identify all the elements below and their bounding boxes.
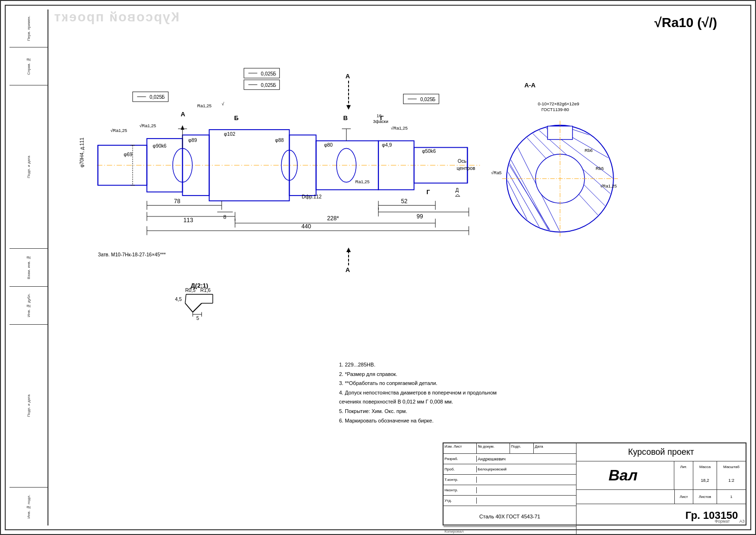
svg-text:√Ra1,25: √Ra1,25: [600, 184, 617, 188]
sidebar-sprav-no: Справ. №: [9, 47, 47, 85]
label-tkontr: Т.контр.: [444, 477, 477, 483]
sidebar-label-podl: Инв. № подл.: [27, 495, 31, 518]
svg-text:113: 113: [183, 217, 193, 224]
note-6: 5. Покрытие: Хим. Окс. прм.: [339, 407, 741, 416]
svg-text:0,025: 0,025: [261, 83, 273, 88]
sheets-header: Листов: [693, 490, 717, 504]
svg-text:R1,6: R1,6: [200, 288, 211, 293]
title-block: Изм. Лист № докум. Подп. Дата Разраб. Ан…: [443, 442, 747, 526]
format-area: Формат А3: [715, 519, 745, 524]
svg-text:Rb6: Rb6: [585, 148, 593, 153]
svg-text:ГОСТ1139-80: ГОСТ1139-80: [541, 107, 569, 112]
svg-marker-96: [455, 194, 460, 197]
sidebar-perv-primen: Перв. примен.: [9, 9, 47, 47]
col-podp: Подп.: [510, 443, 534, 453]
svg-text:4,5: 4,5: [175, 297, 182, 302]
note-7: 6. Маркировать обозначение на бирке.: [339, 417, 741, 425]
svg-marker-58: [181, 125, 185, 130]
svg-line-127: [507, 197, 516, 232]
svg-text:А: А: [181, 111, 186, 118]
sidebar-inv-podl: Инв. № подл.: [9, 488, 47, 526]
notes-area: 1. 229...285НВ. 2. *Размер для справок. …: [333, 357, 747, 442]
col-izm: Изм. Лист: [444, 443, 477, 453]
svg-text:Dфр.112: Dфр.112: [302, 194, 322, 199]
svg-text:5: 5: [196, 316, 199, 321]
material-value: Сталь 40Х ГОСТ 4543-71: [479, 514, 540, 519]
sidebar-podp-data2: Подп. и дата: [9, 325, 47, 488]
svg-text:99: 99: [416, 213, 423, 220]
svg-text:78: 78: [174, 198, 180, 205]
sidebar-label-dubl: Инв. № дубл.: [27, 293, 31, 317]
lit-header: Лит.: [674, 461, 693, 472]
sheet-header: Лист: [674, 490, 693, 504]
svg-text:Ось: Ось: [458, 159, 467, 164]
svg-line-125: [507, 178, 533, 232]
svg-text:φ102: φ102: [224, 131, 236, 137]
svg-text:440: 440: [302, 223, 312, 230]
col-data: Дата: [534, 443, 558, 453]
mass-value: 18,2: [693, 471, 717, 489]
sidebar-label-podp1: Подп. и дата: [27, 156, 31, 178]
svg-text:А-А: А-А: [524, 82, 536, 89]
note-4: 4. Допуск непостоянства диаметров в попе…: [339, 389, 741, 397]
svg-text:φ70H4, д.111: φ70H4, д.111: [79, 137, 85, 167]
svg-text:Д: Д: [455, 188, 459, 193]
format-value: А3: [739, 519, 745, 524]
svg-text:Ra1,25: Ra1,25: [355, 179, 369, 184]
sidebar-label-podp2: Подп. и дата: [27, 394, 31, 417]
sidebar-label-sprav: Справ. №: [27, 57, 31, 75]
svg-text:3фаски: 3фаски: [373, 119, 388, 124]
svg-text:φ69: φ69: [124, 152, 132, 157]
copied-label: Копировал: [444, 526, 576, 535]
mass-header: Масса: [693, 461, 717, 472]
value-utd: [477, 500, 576, 502]
label-prob: Проб.: [444, 466, 477, 472]
value-tkontr: [477, 479, 576, 481]
note-3: 3. **Обработать по сопрягаемой детали.: [339, 379, 741, 388]
svg-text:Rb5: Rb5: [595, 166, 604, 171]
svg-text:Б: Б: [161, 94, 165, 100]
svg-text:0,025: 0,025: [420, 97, 433, 102]
svg-text:Б: Б: [234, 114, 238, 122]
page: Перв. примен. Справ. № Подп. и дата Взам…: [0, 0, 756, 535]
svg-text:√Ra1,25: √Ra1,25: [110, 128, 127, 133]
svg-text:φ88: φ88: [275, 138, 284, 143]
svg-text:Б: Б: [273, 83, 276, 88]
svg-marker-66: [346, 248, 350, 252]
svg-line-101: [185, 303, 193, 312]
sidebar-label-vzam: Взам. инв. №: [27, 255, 31, 279]
sidebar-inv-dubl: Инв. № дубл.: [9, 287, 47, 325]
svg-text:16: 16: [377, 113, 381, 118]
svg-text:R0,5: R0,5: [185, 288, 196, 293]
note-5: сечениях поверхностей В 0,012 мм Г 0,008…: [339, 398, 741, 406]
svg-text:√Ra1,25: √Ra1,25: [391, 126, 407, 131]
svg-text:Затв. М10-7Нк-18-27-16×45***: Затв. М10-7Нк-18-27-16×45***: [98, 252, 166, 257]
svg-marker-63: [346, 105, 350, 110]
sidebar-podp-data1: Подп. и дата: [9, 85, 47, 249]
svg-text:√Ra5: √Ra5: [491, 170, 501, 175]
svg-text:φ50k6: φ50k6: [422, 149, 436, 154]
svg-text:А: А: [345, 73, 350, 80]
svg-line-102: [193, 303, 202, 312]
svg-text:√Ra1,25: √Ra1,25: [139, 123, 156, 128]
note-1: 1. 229...285НВ.: [339, 361, 741, 369]
note-2: 2. *Размер для справок.: [339, 370, 741, 379]
svg-text:В: В: [343, 114, 348, 122]
svg-text:0,025: 0,025: [261, 71, 273, 76]
svg-text:А: А: [345, 266, 350, 273]
format-label: Формат: [715, 519, 730, 524]
left-sidebar: Перв. примен. Справ. № Подп. и дата Взам…: [9, 9, 48, 526]
svg-text:8: 8: [223, 214, 226, 220]
svg-text:0,025: 0,025: [150, 94, 162, 100]
value-nkontr: [477, 489, 576, 491]
label-nkontr: Нконтр.: [444, 487, 477, 493]
value-razrab: Андрюшкевич: [477, 456, 576, 462]
svg-text:Г: Г: [426, 188, 430, 196]
svg-text:52: 52: [401, 198, 407, 205]
svg-text:φ4,9: φ4,9: [382, 142, 392, 148]
svg-text:√: √: [222, 102, 225, 106]
label-razrab: Разраб.: [444, 456, 477, 462]
sheet-count: 1: [717, 490, 746, 504]
label-utd: Утд.: [444, 497, 477, 504]
scale-header: Масштаб: [717, 461, 746, 472]
